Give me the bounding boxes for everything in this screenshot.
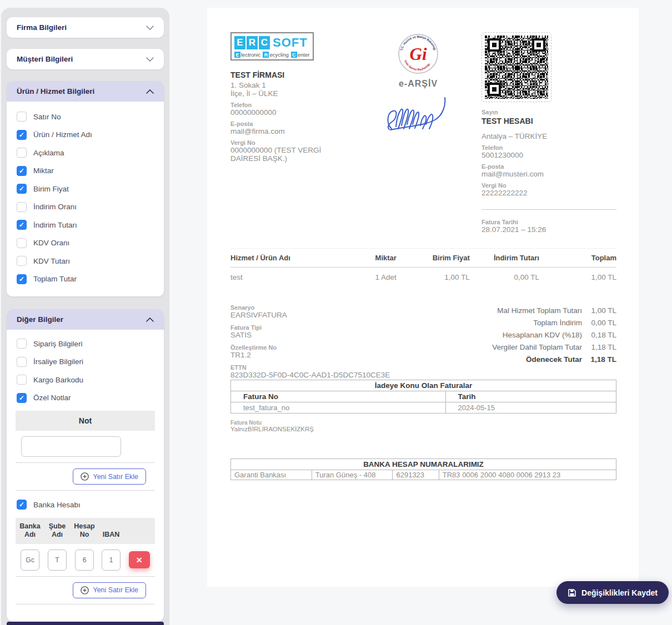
checkbox-satir-no[interactable]: Satır No: [17, 112, 164, 122]
bank-name-input[interactable]: [21, 550, 39, 571]
divider: [16, 462, 155, 463]
accordion-urun-hizmet-bilgileri: Ürün / Hizmet Bilgileri Satır No Ürün / …: [7, 81, 164, 296]
save-icon: [568, 588, 576, 597]
invoice-note-label: Fatura Notu: [230, 420, 314, 426]
invoice-date-value: 28.07.2021 – 15:26: [482, 225, 616, 234]
checkbox-box[interactable]: [17, 375, 27, 385]
company-tax-label: Vergi No: [230, 139, 369, 146]
bank-input-row: ✕: [16, 550, 155, 571]
checkbox-box[interactable]: [17, 274, 27, 284]
checkbox-siparis-bilgileri[interactable]: Sipariş Bilgileri: [17, 339, 164, 349]
delete-row-button[interactable]: ✕: [129, 551, 150, 568]
checkbox-box[interactable]: [17, 256, 27, 266]
divider: [16, 490, 155, 491]
add-bank-row-button[interactable]: Yeni Satır Ekle: [73, 582, 146, 598]
total-row: Hesaplanan KDV (%18) 0,18 TL: [425, 329, 616, 341]
customer-phone-value: 5001230000: [482, 151, 616, 159]
company-email-value: mail@firma.com: [230, 127, 369, 135]
checkbox-urun-hizmet-adi[interactable]: Ürün / Hizmet Adı: [17, 130, 164, 140]
company-phone-value: 00000000000: [230, 108, 369, 117]
plus-circle-icon: [81, 472, 89, 481]
divider: [16, 576, 155, 577]
account-no-input[interactable]: [75, 550, 94, 571]
gib-center-text: Gi: [410, 44, 427, 64]
total-row: Vergiler Dahil Toplam Tutar 1,18 TL: [425, 341, 616, 353]
gib-logo: T.C. Hazine ve Maliye Bakanlığı Gelir İd…: [398, 33, 439, 74]
table-row: test 1 Adet 1,00 TL 0,00 TL 1,00 TL: [230, 268, 616, 288]
checkbox-birim-fiyat[interactable]: Birim Fiyat: [17, 184, 164, 194]
checkbox-toplam-tutar[interactable]: Toplam Tutar: [17, 274, 164, 284]
earsiv-label: e-ARŞİV: [372, 79, 465, 89]
invoice-preview: E R C SOFT Electronic Recycling Center T…: [207, 8, 639, 587]
customer-email-value: mail@musteri.com: [482, 170, 616, 178]
checkbox-indirim-orani[interactable]: İndirim Oranı: [17, 202, 164, 212]
checkbox-kdv-orani[interactable]: KDV Oranı: [17, 238, 164, 248]
checkbox-box[interactable]: [17, 500, 27, 510]
returns-table: İadeye Konu Olan Faturalar Fatura No Tar…: [230, 380, 616, 414]
checkbox-box[interactable]: [17, 238, 27, 248]
checkbox-box[interactable]: [17, 202, 27, 212]
accordion-header-musteri[interactable]: Müşteri Bilgileri: [7, 49, 164, 69]
checkbox-box[interactable]: [17, 393, 27, 403]
bank-header-iban: IBAN: [99, 522, 123, 540]
checkbox-box[interactable]: [17, 184, 27, 194]
checkbox-box[interactable]: [17, 220, 27, 230]
col-header: Miktar: [347, 249, 397, 268]
customer-name: TEST HESABI: [482, 117, 616, 125]
checkbox-box[interactable]: [17, 166, 27, 176]
checkbox-box[interactable]: [17, 339, 27, 349]
accordion-header-firma[interactable]: Firma Bilgileri: [7, 17, 164, 38]
note-column-header: Not: [16, 411, 155, 431]
branch-name-input[interactable]: [48, 550, 67, 571]
checkbox-ozel-notlar[interactable]: Özel Notlar: [17, 393, 164, 403]
accordion-label: Ürün / Hizmet Bilgileri: [17, 87, 94, 95]
product-checkbox-list: Satır No Ürün / Hizmet Adı Açıklama Mikt…: [7, 102, 164, 284]
checkbox-kargo-barkodu[interactable]: Kargo Barkodu: [17, 375, 164, 385]
checkbox-box[interactable]: [17, 130, 27, 140]
checkbox-box[interactable]: [17, 112, 27, 122]
chevron-down-icon: [146, 26, 154, 30]
returns-header-row: Fatura No Tarih: [231, 391, 616, 402]
accordion-musteri-bilgileri[interactable]: Müşteri Bilgileri: [7, 49, 164, 69]
checkbox-miktar[interactable]: Miktar: [17, 166, 164, 176]
checkbox-banka-hesabi[interactable]: Banka Hesabı: [17, 500, 164, 510]
total-row: Toplam İndirim 0,00 TL: [425, 316, 616, 329]
accordion-firma-bilgileri[interactable]: Firma Bilgileri: [7, 17, 164, 38]
checkbox-box[interactable]: [17, 357, 27, 367]
invoice-date-label: Fatura Tarihi: [482, 219, 616, 225]
next-accordion-peek[interactable]: [7, 622, 164, 625]
table-row: Garanti Bankası Turan Güneş - 408 629132…: [231, 470, 616, 480]
accordion-header-urun-hizmet[interactable]: Ürün / Hizmet Bilgileri: [7, 81, 164, 102]
note-input[interactable]: [21, 436, 121, 457]
add-note-row-button[interactable]: Yeni Satır Ekle: [73, 468, 146, 485]
checkbox-box[interactable]: [17, 148, 27, 158]
qr-finder: [488, 38, 501, 52]
returns-table-title: İadeye Konu Olan Faturalar: [231, 380, 616, 391]
customer-tax-value: 22222222222: [482, 189, 616, 197]
invoice-totals: Mal Hizmet Toplam Tutarı 1,00 TL Toplam …: [425, 304, 616, 384]
total-row: Mal Hizmet Toplam Tutarı 1,00 TL: [425, 304, 616, 316]
customer-email-label: E-posta: [482, 163, 616, 170]
company-block: E R C SOFT Electronic Recycling Center T…: [230, 32, 369, 163]
checkbox-irsaliye-bilgileri[interactable]: İrsaliye Bilgileri: [17, 357, 164, 367]
bank-header-sube-adi: Şube Adı: [44, 522, 70, 540]
customer-phone-label: Telefon: [482, 144, 616, 151]
customer-block: Sayın TEST HESABI Antalya – TÜRKİYE Tele…: [482, 32, 616, 234]
iban-input[interactable]: [102, 550, 121, 571]
earsiv-block: T.C. Hazine ve Maliye Bakanlığı Gelir İd…: [372, 33, 465, 137]
company-logo: E R C SOFT Electronic Recycling Center: [230, 32, 314, 61]
customer-greeting: Sayın: [482, 109, 616, 115]
logo-soft-text: SOFT: [273, 36, 308, 50]
checkbox-kdv-tutari[interactable]: KDV Tutarı: [17, 256, 164, 266]
chevron-up-icon: [146, 317, 154, 322]
close-icon: ✕: [136, 556, 143, 564]
checkbox-aciklama[interactable]: Açıklama: [17, 148, 164, 158]
logo-letter: C: [259, 36, 270, 49]
accordion-header-diger[interactable]: Diğer Bilgiler: [7, 309, 164, 330]
accordion-label: Firma Bilgileri: [17, 23, 67, 32]
save-changes-button[interactable]: Değişiklikleri Kaydet: [556, 581, 669, 604]
checkbox-indirim-tutari[interactable]: İndirim Tutarı: [17, 220, 164, 230]
meta-ozellestirme-no: Özelleştirme No TR1.2: [230, 344, 408, 359]
meta-ettn: ETTN 823D332D-5F0D-4C0C-AAD1-D5DC7510CE3…: [230, 364, 408, 379]
bank-header-banka-adi: Banka Adı: [16, 522, 44, 540]
